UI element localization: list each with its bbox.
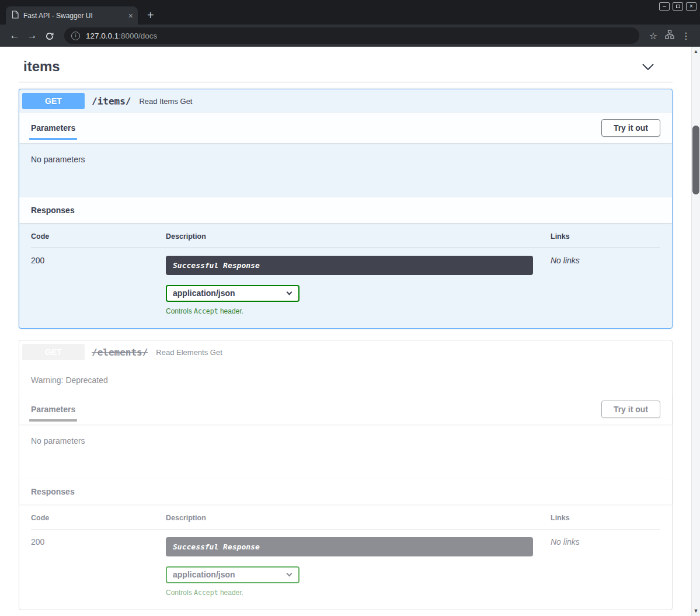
responses-table: Code Description Links 200 Successful Re… bbox=[19, 504, 672, 610]
select-chevron-icon bbox=[287, 290, 292, 295]
parameters-header: Parameters Try it out bbox=[19, 113, 672, 143]
operation-summary: Read Elements Get bbox=[156, 348, 222, 357]
url-host: 127.0.0.1 bbox=[86, 32, 119, 40]
operation-path: /elements/ bbox=[92, 347, 148, 358]
media-type-select[interactable]: application/json bbox=[166, 285, 299, 302]
scrollbar-thumb[interactable] bbox=[692, 126, 699, 194]
back-button[interactable]: ← bbox=[6, 30, 23, 41]
address-bar[interactable]: i 127.0.0.1:8000/docs bbox=[64, 27, 639, 44]
responses-table: Code Description Links 200 Successful Re… bbox=[19, 223, 672, 328]
forward-button[interactable]: → bbox=[23, 30, 41, 41]
tab-tree-icon[interactable] bbox=[661, 30, 678, 41]
response-code: 200 bbox=[31, 537, 166, 597]
method-badge: GET bbox=[22, 344, 85, 360]
window-controls: – × bbox=[659, 2, 696, 11]
no-parameters-text: No parameters bbox=[19, 143, 672, 197]
scroll-up-arrow-icon[interactable]: ▲ bbox=[692, 47, 700, 56]
response-row: 200 Successful Response application/json… bbox=[31, 530, 660, 597]
chevron-down-icon[interactable] bbox=[642, 64, 654, 70]
bookmark-star-icon[interactable]: ☆ bbox=[645, 30, 661, 41]
reload-icon bbox=[45, 32, 54, 41]
browser-titlebar: Fast API - Swagger UI × + – × bbox=[0, 0, 700, 25]
tab-title: Fast API - Swagger UI bbox=[23, 12, 124, 20]
page-favicon-icon bbox=[12, 11, 19, 21]
try-it-out-button[interactable]: Try it out bbox=[601, 401, 660, 418]
description-column-header: Description bbox=[166, 514, 551, 522]
accept-header-note: Controls Accept header. bbox=[166, 307, 551, 315]
links-column-header: Links bbox=[551, 514, 660, 522]
opblock-get-elements-deprecated: GET /elements/ Read Elements Get Warning… bbox=[19, 340, 673, 610]
deprecated-warning: Warning: Deprecated bbox=[19, 364, 672, 394]
no-parameters-text: No parameters bbox=[19, 424, 672, 479]
operation-path: /items/ bbox=[92, 96, 131, 107]
browser-navbar: ← → i 127.0.0.1:8000/docs ☆ ⋮ bbox=[0, 25, 700, 47]
operation-summary: Read Items Get bbox=[139, 97, 192, 106]
parameters-header: Parameters Try it out bbox=[19, 394, 672, 424]
reload-button[interactable] bbox=[41, 30, 58, 41]
maximize-icon bbox=[676, 5, 680, 8]
items-section-toggle[interactable]: items bbox=[19, 50, 673, 82]
url-path: :8000/docs bbox=[119, 32, 157, 40]
section-title: items bbox=[23, 58, 60, 75]
parameters-title: Parameters bbox=[31, 405, 75, 414]
minimize-button[interactable]: – bbox=[659, 2, 670, 11]
code-column-header: Code bbox=[31, 232, 166, 241]
close-button[interactable]: × bbox=[686, 2, 696, 11]
responses-header: Responses bbox=[19, 197, 672, 223]
scrollbar[interactable]: ▲ ▼ bbox=[691, 47, 700, 616]
responses-title: Responses bbox=[31, 206, 75, 215]
browser-menu-button[interactable]: ⋮ bbox=[678, 30, 694, 41]
response-code: 200 bbox=[31, 256, 166, 315]
site-info-icon[interactable]: i bbox=[71, 32, 80, 40]
responses-header: Responses bbox=[19, 479, 672, 504]
links-column-header: Links bbox=[551, 232, 660, 241]
method-badge: GET bbox=[22, 93, 85, 109]
new-tab-button[interactable]: + bbox=[147, 9, 154, 21]
response-description: Successful Response bbox=[166, 256, 533, 275]
media-type-select[interactable]: application/json bbox=[166, 566, 299, 583]
response-description: Successful Response bbox=[166, 537, 533, 556]
opblock-get-items: GET /items/ Read Items Get Parameters Tr… bbox=[19, 89, 673, 329]
tab-close-icon[interactable]: × bbox=[128, 12, 133, 20]
response-row: 200 Successful Response application/json… bbox=[31, 248, 660, 315]
opblock-summary[interactable]: GET /items/ Read Items Get bbox=[19, 89, 672, 113]
maximize-button[interactable] bbox=[673, 2, 683, 11]
try-it-out-button[interactable]: Try it out bbox=[601, 119, 660, 137]
code-column-header: Code bbox=[31, 514, 166, 522]
responses-title: Responses bbox=[31, 487, 75, 496]
parameters-title: Parameters bbox=[31, 123, 75, 133]
links-value: No links bbox=[551, 256, 660, 315]
swagger-page: items GET /items/ Read Items Get Paramet… bbox=[0, 47, 700, 616]
description-column-header: Description bbox=[166, 232, 551, 241]
opblock-summary[interactable]: GET /elements/ Read Elements Get bbox=[19, 340, 672, 364]
browser-tab[interactable]: Fast API - Swagger UI × bbox=[6, 6, 138, 25]
accept-header-note: Controls Accept header. bbox=[166, 589, 551, 597]
links-value: No links bbox=[551, 537, 660, 597]
scroll-down-arrow-icon[interactable]: ▼ bbox=[692, 607, 700, 615]
select-chevron-icon bbox=[287, 571, 292, 577]
